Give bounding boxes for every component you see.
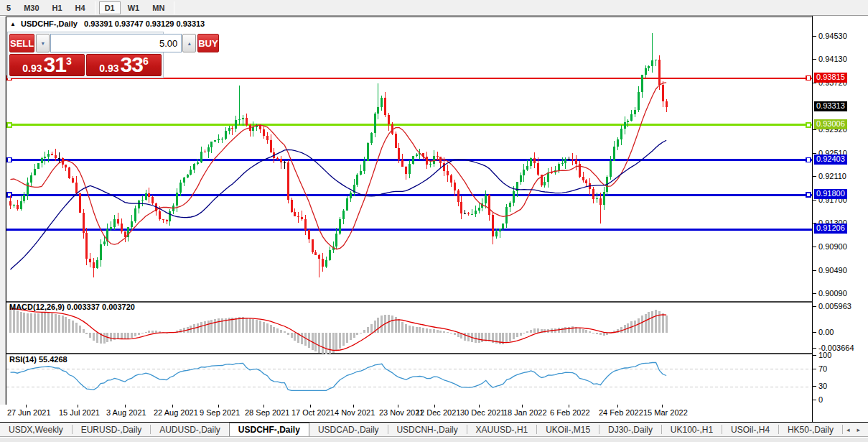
price-axis-label: 0.90900 (818, 242, 847, 251)
trading-terminal-window: 5M30H1H4D1W1MN ▲ USDCHF-,Daily 0.93391 0… (0, 0, 868, 442)
tab-uk100-h1[interactable]: UK100-,H1 (662, 423, 722, 436)
tab-scroll-right-icon[interactable]: ▸ (853, 426, 864, 433)
date-axis[interactable]: 27 Jun 202115 Jul 20213 Aug 202122 Aug 2… (0, 405, 812, 422)
price-level-badge: 0.92403 (814, 155, 847, 165)
price-axis-label: 0.94130 (818, 55, 847, 63)
date-tick (172, 405, 173, 408)
timeframe-button-h1[interactable]: H1 (47, 1, 68, 14)
date-tick (617, 405, 618, 408)
date-axis-label: 15 Mar 2022 (643, 408, 688, 417)
sell-price-box[interactable]: 0.93 31 3 (9, 54, 85, 76)
date-tick (479, 405, 480, 408)
price-axis-separator (812, 16, 813, 422)
axis-tick (813, 332, 816, 333)
price-level-badge: 0.91800 (814, 189, 847, 199)
axis-tick (813, 400, 816, 400)
axis-tick (813, 36, 816, 37)
window-left-frame (0, 17, 6, 422)
tab-scroll-controls: ◂▸ (842, 423, 868, 436)
price-axis-label: 0.90490 (818, 266, 847, 275)
date-axis-label: 22 Aug 2021 (154, 408, 198, 417)
axis-tick (813, 270, 816, 271)
tab-usdx-weekly[interactable]: USDX,Weekly (0, 423, 72, 436)
axis-tick (813, 306, 816, 307)
tab-usoil-h4[interactable]: USOil-,H4 (722, 423, 778, 436)
tab-usdcnh-daily[interactable]: USDCNH-,Daily (388, 423, 466, 436)
date-axis-label: 28 Sep 2021 (245, 408, 289, 417)
chart-ohlc-values: 0.93391 0.93747 0.93129 0.93313 (84, 19, 205, 28)
buy-button[interactable]: BUY (197, 34, 218, 52)
sell-price-pip: 3 (66, 56, 72, 66)
tab-xauusd-h1[interactable]: XAUUSD-,H1 (467, 423, 537, 436)
timeframe-button-d1[interactable]: D1 (99, 1, 121, 14)
date-tick (263, 405, 264, 408)
date-tick (569, 405, 569, 408)
tab-dj30-daily[interactable]: DJ30-,Daily (599, 423, 661, 436)
rsi-label: RSI(14) 55.4268 (9, 355, 67, 364)
date-tick (218, 405, 219, 408)
date-axis-label: 15 Jul 2021 (59, 408, 100, 417)
tab-usdcad-daily[interactable]: USDCAD-,Daily (309, 423, 388, 436)
timeframe-button-h4[interactable]: H4 (70, 1, 91, 14)
price-axis[interactable]: 0.945300.941300.937200.929200.925100.921… (813, 16, 868, 422)
timeframe-button-5[interactable]: 5 (1, 1, 17, 14)
date-axis-label: 4 Nov 2021 (335, 408, 375, 417)
chart-title: ▲ USDCHF-,Daily 0.93391 0.93747 0.93129 … (10, 19, 205, 28)
macd-axis-label: 0.005963 (818, 302, 851, 310)
date-axis-label: 17 Oct 2021 (291, 408, 335, 417)
timeframe-button-w1[interactable]: W1 (122, 1, 146, 14)
date-tick (398, 405, 398, 408)
axis-tick (813, 348, 816, 349)
date-tick (522, 405, 523, 408)
toolbar-separator (174, 1, 174, 14)
date-tick (353, 405, 354, 408)
toolbar-separator (95, 1, 95, 14)
date-axis-label: 3 Aug 2021 (106, 408, 146, 417)
date-tick (310, 405, 311, 408)
status-strip (0, 438, 868, 442)
axis-tick (813, 355, 816, 356)
price-axis-label: 0.94530 (818, 32, 847, 40)
timeframe-button-mn[interactable]: MN (146, 1, 170, 14)
date-tick (662, 405, 663, 408)
date-tick (26, 405, 27, 408)
collapse-arrow-icon[interactable]: ▲ (10, 21, 16, 27)
sell-price-prefix: 0.93 (22, 63, 42, 75)
volume-up-icon[interactable]: ▴ (182, 34, 196, 52)
date-axis-label: 27 Jun 2021 (7, 408, 51, 417)
date-axis-label: 6 Feb 2022 (550, 408, 590, 417)
buy-price-box[interactable]: 0.93 33 6 (86, 54, 162, 76)
rsi-axis-label: 0 (818, 395, 823, 404)
axis-tick (813, 83, 816, 83)
date-tick (125, 405, 126, 408)
axis-tick (813, 59, 816, 60)
tab-scroll-left-icon[interactable]: ◂ (843, 426, 854, 433)
rsi-axis-label: 30 (818, 382, 827, 390)
buy-price-main: 33 (121, 55, 143, 75)
axis-tick (813, 293, 816, 294)
price-level-badge: 0.93313 (814, 101, 847, 111)
buy-price-prefix: 0.93 (99, 63, 118, 75)
date-axis-label: 12 Dec 2021 (416, 408, 460, 417)
tab-audusd-daily[interactable]: AUDUSD-,Daily (151, 423, 229, 436)
date-axis-label: 18 Jan 2022 (503, 408, 547, 417)
sell-price-main: 31 (44, 55, 66, 75)
tab-usdchf-daily[interactable]: USDCHF-,Daily (229, 423, 309, 436)
date-axis-label: 9 Sep 2021 (200, 408, 240, 417)
price-level-badge: 0.93815 (814, 73, 847, 83)
axis-tick (813, 247, 816, 247)
macd-axis-label: 0.00 (818, 328, 834, 336)
date-tick (78, 405, 78, 408)
sell-button[interactable]: SELL (9, 34, 34, 52)
tab-ukoil-m15[interactable]: UKOil-,M15 (537, 423, 599, 436)
timeframe-button-m30[interactable]: M30 (18, 1, 45, 14)
axis-tick (813, 129, 816, 130)
macd-label: MACD(12,26,9) 0.003337 0.003720 (9, 303, 135, 311)
volume-down-icon[interactable]: ▾ (36, 34, 50, 52)
axis-tick (813, 386, 816, 387)
tab-eurusd-daily[interactable]: EURUSD-,Daily (73, 423, 151, 436)
price-level-badge: 0.93006 (814, 119, 847, 129)
tab-hk50-daily[interactable]: HK50-,Daily (779, 423, 842, 436)
axis-tick (813, 176, 816, 177)
volume-input[interactable] (50, 34, 182, 52)
